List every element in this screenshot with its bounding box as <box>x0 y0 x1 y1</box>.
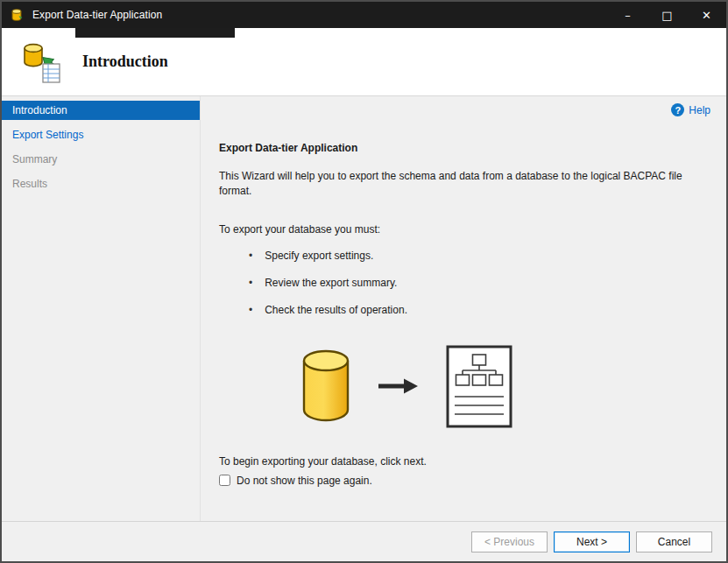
database-export-icon <box>21 40 63 84</box>
export-illustration <box>300 344 712 429</box>
bullet-text: Review the export summary. <box>265 277 397 289</box>
wizard-main-panel: ? Help Export Data-tier Application This… <box>201 96 726 521</box>
intro-paragraph: This Wizard will help you to export the … <box>219 169 703 200</box>
app-icon <box>11 8 25 22</box>
export-wizard-window: Export Data-tier Application – □ ✕ Intro… <box>0 0 728 563</box>
wizard-button-bar: < Previous Next > Cancel <box>2 521 726 561</box>
sidebar-item-summary: Summary <box>2 150 200 169</box>
titlebar[interactable]: Export Data-tier Application – □ ✕ <box>2 2 726 28</box>
maximize-button[interactable]: □ <box>647 2 687 28</box>
begin-export-note: To begin exporting your database, click … <box>219 455 712 468</box>
help-icon: ? <box>671 103 684 116</box>
dont-show-again-label: Do not show this page again. <box>237 475 372 487</box>
list-item: • Specify export settings. <box>219 250 712 262</box>
help-link[interactable]: ? Help <box>671 103 710 116</box>
bullet-icon: • <box>249 250 252 262</box>
list-item: • Review the export summary. <box>219 277 712 289</box>
bullet-icon: • <box>249 277 252 289</box>
bullet-text: Check the results of operation. <box>265 304 407 316</box>
page-title: Introduction <box>82 53 168 71</box>
window-controls: – □ ✕ <box>608 2 726 28</box>
bacpac-document-icon <box>445 344 513 429</box>
list-item: • Check the results of operation. <box>219 304 712 316</box>
window-title: Export Data-tier Application <box>32 9 162 21</box>
previous-button: < Previous <box>471 531 548 552</box>
wizard-steps-sidebar: Introduction Export Settings Summary Res… <box>2 96 201 521</box>
cancel-button[interactable]: Cancel <box>636 531 712 552</box>
bullet-icon: • <box>249 304 252 316</box>
sidebar-item-introduction[interactable]: Introduction <box>2 101 200 120</box>
wizard-header: Introduction <box>2 28 726 96</box>
close-button[interactable]: ✕ <box>687 2 726 28</box>
database-cylinder-icon <box>300 349 352 423</box>
titlebar-shadow-remnant <box>75 28 235 38</box>
requirements-intro: To export your database you must: <box>219 223 712 236</box>
right-arrow-icon <box>378 377 419 396</box>
sidebar-item-export-settings[interactable]: Export Settings <box>2 125 200 144</box>
content-title: Export Data-tier Application <box>219 142 712 154</box>
sidebar-item-results: Results <box>2 174 200 194</box>
next-button[interactable]: Next > <box>554 531 630 552</box>
dont-show-again-row[interactable]: Do not show this page again. <box>219 475 712 487</box>
bullet-text: Specify export settings. <box>265 250 373 262</box>
help-label: Help <box>689 104 710 116</box>
wizard-body: Introduction Export Settings Summary Res… <box>2 96 726 521</box>
requirements-list: • Specify export settings. • Review the … <box>219 250 712 316</box>
minimize-button[interactable]: – <box>608 2 647 28</box>
dont-show-again-checkbox[interactable] <box>219 475 230 486</box>
